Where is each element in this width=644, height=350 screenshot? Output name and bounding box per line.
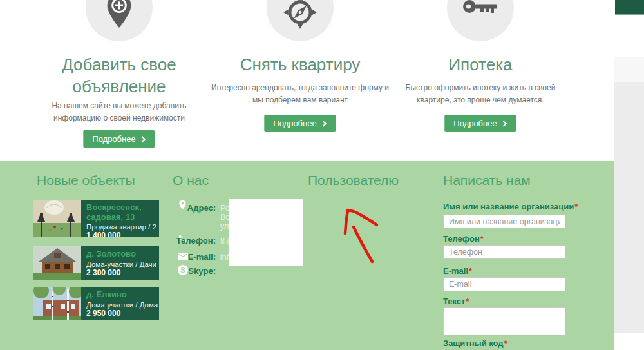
required-asterisk: * [466,297,469,306]
captcha-field-label: Защитный код* [443,338,507,348]
key-icon [447,0,514,41]
property-category: Дома-участки / Дома [86,301,154,309]
required-asterisk: * [469,266,472,276]
footer: Новые объекты Воскресенск, садовая, 13 П… [0,161,614,350]
red-arrow-annotation [338,203,386,267]
chevron-right-icon [503,121,507,127]
feature-description: Быстро оформить ипотеку и жить в своей к… [390,82,571,106]
feature-description: Интересно арендовать, тогда заполните фо… [210,82,390,106]
more-button-label: Подробнее [453,119,497,128]
more-button-label: Подробнее [273,119,316,128]
address-line: Ро [220,204,230,213]
phone-label: Телефон: [138,236,216,246]
feature-add-listing: Добавить свое объявление На нашем сайте … [29,0,209,161]
features-section: Добавить свое объявление На нашем сайте … [0,0,614,161]
address-line: Во [220,213,230,222]
property-category: Продажа квартир / 2-комн. [86,223,154,231]
feature-title: Снять квартиру [210,54,390,76]
compass-icon [267,0,334,41]
required-asterisk: * [480,234,484,244]
top-right-dark-panel [615,0,644,15]
message-textarea[interactable] [443,307,565,335]
phone-field-label: Телефон* [443,234,484,244]
skype-label: Skype: [138,266,216,276]
email-value: inf [220,253,229,262]
property-photo [33,246,81,280]
pin-plus-icon [86,0,153,41]
feature-description: На нашем сайте вы можете добавить информ… [29,100,209,124]
property-price: 2 950 000 [86,309,154,318]
email-label: E-mail: [138,252,216,262]
property-card[interactable]: д. Елкино Дома-участки / Дома 2 950 000 [33,287,159,320]
more-button-add-listing[interactable]: Подробнее [83,130,155,148]
address-label: Адрес: [138,203,216,213]
new-objects-heading: Новые объекты [37,173,135,188]
name-field-label: Имя или название организации* [443,202,578,211]
required-asterisk: * [574,202,578,211]
chevron-right-icon [323,121,327,127]
feature-rent: Снять квартиру Интересно арендовать, тог… [210,0,390,161]
more-button-rent[interactable]: Подробнее [264,115,336,132]
email-input[interactable] [443,277,565,291]
property-photo [33,287,81,320]
name-input[interactable] [443,215,565,228]
right-gutter-panel [614,82,644,333]
feature-title: Добавить свое объявление [29,54,209,98]
feature-mortgage: Ипотека Быстро оформить ипотеку и жить в… [390,0,571,161]
chevron-right-icon [142,136,146,142]
text-field-label: Текст* [443,297,469,306]
contact-form-heading: Написать нам [443,173,531,188]
required-asterisk: * [504,338,507,348]
more-button-mortgage[interactable]: Подробнее [444,115,516,132]
property-title[interactable]: д. Елкино [86,290,154,300]
phone-input[interactable] [443,245,565,259]
email-field-label: E-mail* [443,266,472,276]
redaction-overlay [229,199,303,266]
feature-title: Ипотека [390,54,571,76]
about-heading: О нас [173,173,209,188]
user-section-heading: Пользователю [308,173,399,188]
property-photo [33,200,81,237]
more-button-label: Подробнее [92,134,135,144]
right-gutter-panel-top [614,57,644,82]
